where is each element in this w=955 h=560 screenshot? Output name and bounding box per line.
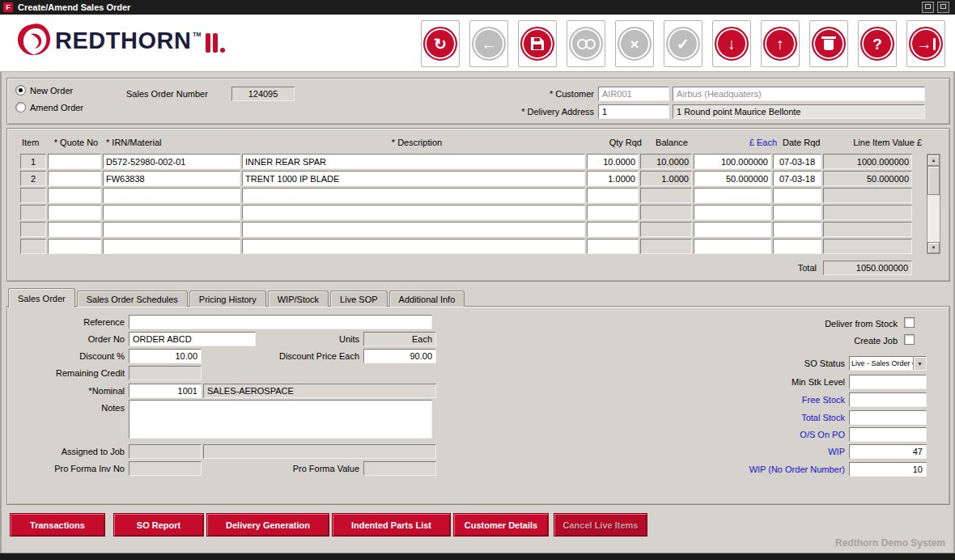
discount-price-input[interactable]: [363, 349, 436, 363]
cell-each[interactable]: [694, 188, 771, 203]
tab-live-sop[interactable]: Live SOP: [330, 291, 387, 307]
cell-quote-no[interactable]: [48, 188, 101, 203]
notes-textarea[interactable]: [129, 400, 432, 439]
exit-icon: →: [909, 27, 943, 61]
os-on-po-link[interactable]: O/S On PO: [691, 430, 845, 439]
so-report-button[interactable]: SO Report: [113, 513, 204, 537]
create-job-checkbox[interactable]: [904, 334, 915, 345]
cell-irn-material[interactable]: [103, 205, 240, 220]
units-field: Each: [363, 332, 436, 346]
reference-input[interactable]: [129, 315, 432, 329]
indented-parts-list-button[interactable]: Indented Parts List: [332, 513, 451, 537]
cell-quote-no[interactable]: [48, 239, 101, 254]
tab-sales-order[interactable]: Sales Order: [8, 288, 75, 308]
cell-irn-material[interactable]: [103, 239, 240, 254]
cell-balance: 1.0000: [640, 171, 692, 186]
scroll-down-icon[interactable]: ▼: [927, 242, 940, 253]
customer-code-field[interactable]: [598, 87, 669, 101]
delivery-generation-button[interactable]: Delivery Generation: [206, 513, 329, 537]
order-no-input[interactable]: [129, 332, 256, 346]
delivery-address-code-field[interactable]: [598, 104, 669, 119]
cell-date-rqd[interactable]: [773, 222, 821, 237]
deliver-from-stock-checkbox[interactable]: [904, 317, 915, 328]
confirm-button[interactable]: ✓: [664, 20, 702, 67]
wip-no-order-link[interactable]: WIP (No Order Number): [691, 465, 845, 474]
cell-description[interactable]: [242, 171, 585, 186]
tab-pricing-history[interactable]: Pricing History: [189, 291, 266, 307]
cell-irn-material[interactable]: [103, 188, 240, 203]
find-button[interactable]: [567, 20, 605, 67]
cell-date-rqd[interactable]: [773, 239, 821, 254]
cell-qty-rqd[interactable]: [587, 154, 639, 169]
new-order-radio[interactable]: [15, 85, 26, 95]
cell-irn-material[interactable]: [103, 154, 240, 169]
brand-tm: TM: [193, 32, 201, 37]
move-down-button[interactable]: ↓: [712, 20, 751, 67]
cell-each[interactable]: [694, 154, 771, 169]
grid-scrollbar[interactable]: ▲ ▼: [927, 154, 940, 254]
cell-quote-no[interactable]: [48, 205, 101, 220]
col-header-each-link[interactable]: £ Each: [699, 136, 779, 149]
scroll-up-icon[interactable]: ▲: [927, 155, 940, 166]
so-status-value: Live - Sales Order Only: [850, 359, 913, 367]
cell-quote-no[interactable]: [48, 222, 101, 237]
cell-quote-no[interactable]: [48, 171, 101, 186]
cell-item: 1: [20, 154, 46, 169]
cell-each[interactable]: [694, 171, 771, 186]
cell-each[interactable]: [694, 222, 771, 237]
so-status-select[interactable]: Live - Sales Order Only ▼: [849, 356, 927, 371]
save-button[interactable]: [518, 20, 557, 67]
tab-sales-order-schedules[interactable]: Sales Order Schedules: [77, 291, 188, 307]
back-button[interactable]: ←: [469, 20, 508, 67]
cell-description[interactable]: [242, 188, 585, 203]
cell-irn-material[interactable]: [103, 222, 240, 237]
cell-each[interactable]: [694, 205, 771, 220]
discount-input[interactable]: [129, 349, 202, 363]
cell-quote-no[interactable]: [48, 154, 101, 169]
cell-date-rqd[interactable]: [773, 205, 821, 220]
transactions-button[interactable]: Transactions: [10, 513, 105, 537]
scrollbar-thumb[interactable]: [927, 166, 940, 195]
cell-description[interactable]: [242, 154, 585, 169]
amend-order-option[interactable]: Amend Order: [15, 102, 83, 112]
free-stock-link[interactable]: Free Stock: [691, 395, 845, 405]
cell-description[interactable]: [242, 205, 585, 220]
min-stk-level-label: Min Stk Level: [691, 377, 845, 387]
cell-qty-rqd[interactable]: [587, 205, 639, 220]
chevron-down-icon[interactable]: ▼: [913, 357, 926, 370]
cell-irn-material[interactable]: [103, 171, 240, 186]
cell-date-rqd[interactable]: [773, 154, 821, 169]
cell-description[interactable]: [242, 222, 585, 237]
delivery-address-field: 1 Round point Maurice Bellonte: [673, 104, 925, 119]
cell-qty-rqd[interactable]: [587, 239, 639, 254]
cell-date-rqd[interactable]: [773, 188, 821, 203]
wip-field: 47: [849, 444, 927, 459]
grid-header-row: Item * Quote No * IRN/Material * Descrip…: [20, 136, 924, 149]
cell-qty-rqd[interactable]: [587, 188, 639, 203]
help-button[interactable]: ?: [858, 20, 897, 67]
total-stock-link[interactable]: Total Stock: [691, 413, 845, 422]
reference-label: Reference: [15, 317, 125, 327]
tab-additional-info[interactable]: Additional Info: [389, 291, 465, 307]
nominal-code-input[interactable]: [129, 384, 202, 398]
maximize-window-button[interactable]: [937, 2, 949, 13]
cell-each[interactable]: [694, 239, 771, 254]
move-up-button[interactable]: ↑: [761, 20, 800, 67]
cancel-button[interactable]: ×: [615, 20, 654, 67]
customer-details-button[interactable]: Customer Details: [453, 513, 549, 537]
refresh-button[interactable]: ↻: [421, 20, 460, 67]
exit-button[interactable]: →: [906, 20, 945, 67]
tab-wip-stock[interactable]: WIP/Stock: [268, 291, 329, 307]
new-order-option[interactable]: New Order: [15, 85, 73, 95]
delete-button[interactable]: [809, 20, 848, 67]
min-stk-level-input[interactable]: [849, 375, 927, 389]
amend-order-radio[interactable]: [15, 102, 26, 112]
wip-link[interactable]: WIP: [691, 447, 845, 456]
cell-date-rqd[interactable]: [773, 171, 821, 186]
cell-qty-rqd[interactable]: [587, 222, 639, 237]
cell-qty-rqd[interactable]: [587, 171, 639, 186]
so-status-label: SO Status: [691, 358, 845, 368]
col-header-quote-no: * Quote No: [49, 136, 103, 149]
cell-description[interactable]: [242, 239, 585, 254]
restore-window-button[interactable]: [922, 2, 934, 13]
